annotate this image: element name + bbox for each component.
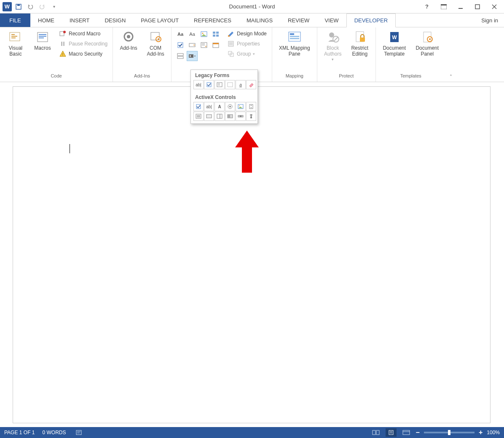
close-button[interactable] — [488, 2, 501, 12]
dropdown-icon — [217, 82, 223, 87]
combo-box-content-control[interactable] — [187, 40, 198, 50]
visual-basic-button[interactable]: Visual Basic — [3, 29, 28, 57]
repeating-section-content-control[interactable] — [175, 51, 186, 61]
ribbon-display-options-button[interactable] — [437, 2, 450, 12]
picture-content-control[interactable] — [198, 29, 209, 39]
com-addins-label: COM Add-Ins — [147, 45, 164, 57]
word-app-icon: W — [3, 2, 12, 11]
block-authors-button[interactable]: Block Authors ▾ — [321, 29, 345, 61]
activex-textbox[interactable]: ab| — [204, 102, 214, 111]
picture-icon — [201, 31, 207, 37]
legacy-text-form-field[interactable]: ab| — [193, 80, 204, 89]
group-mapping: XML Mapping Pane Mapping — [272, 27, 317, 82]
zoom-out-button[interactable]: − — [416, 429, 420, 436]
sign-in-link[interactable]: Sign in — [475, 13, 504, 27]
legacy-tools-button[interactable] — [187, 51, 198, 61]
svg-rect-42 — [190, 55, 191, 57]
status-proofing-button[interactable] — [73, 428, 84, 437]
print-layout-button[interactable] — [386, 428, 397, 437]
activex-more-controls[interactable] — [246, 112, 256, 121]
legacy-tools-popup: Legacy Forms ab| a ActiveX Controls ab| … — [190, 69, 258, 124]
group-addins: Add-Ins COM Add-Ins Add-Ins — [113, 27, 172, 82]
tab-review[interactable]: REVIEW — [280, 13, 317, 27]
properties-button: Properties — [225, 39, 268, 48]
legacy-dropdown-form-field[interactable] — [214, 80, 225, 89]
zoom-slider[interactable] — [424, 432, 475, 433]
activex-scroll-bar[interactable] — [236, 112, 246, 121]
activex-option-button[interactable] — [225, 102, 235, 111]
plain-text-icon: Aa — [189, 32, 195, 37]
legacy-frame-field[interactable] — [225, 80, 235, 89]
svg-rect-15 — [39, 37, 44, 38]
tab-view[interactable]: VIEW — [317, 13, 346, 27]
xml-mapping-pane-button[interactable]: XML Mapping Pane — [276, 29, 314, 57]
tab-references[interactable]: REFERENCES — [186, 13, 239, 27]
document-panel-label: Document Panel — [416, 45, 439, 57]
macros-button[interactable]: Macros — [30, 29, 55, 51]
tab-insert[interactable]: INSERT — [62, 13, 97, 27]
activex-combo-box[interactable] — [214, 112, 225, 121]
zoom-in-button[interactable]: + — [479, 429, 483, 436]
rich-text-content-control[interactable]: Aa — [175, 29, 186, 39]
macros-icon — [35, 30, 50, 44]
activex-command-button[interactable] — [204, 112, 214, 121]
tab-mailings[interactable]: MAILINGS — [239, 13, 280, 27]
collapse-ribbon-button[interactable]: ˄ — [446, 27, 456, 82]
svg-point-70 — [229, 106, 231, 107]
activex-toggle-button[interactable] — [225, 112, 235, 121]
dropdown-list-content-control[interactable] — [198, 40, 209, 50]
help-button[interactable]: ? — [421, 2, 433, 12]
document-panel-icon — [420, 30, 434, 44]
chevron-down-icon: ▾ — [253, 52, 255, 56]
checkbox-icon — [196, 104, 201, 109]
block-authors-icon — [326, 30, 340, 44]
svg-rect-18 — [61, 42, 62, 46]
tab-design[interactable]: DESIGN — [97, 13, 133, 27]
svg-rect-91 — [389, 430, 393, 435]
activex-spin-button[interactable] — [246, 102, 256, 111]
tab-page-layout[interactable]: PAGE LAYOUT — [133, 13, 186, 27]
legacy-shading-field[interactable]: a — [236, 80, 246, 89]
svg-rect-50 — [290, 33, 294, 35]
eraser-icon — [248, 82, 254, 87]
minimize-button[interactable] — [454, 2, 467, 12]
com-addins-button[interactable]: COM Add-Ins — [143, 29, 168, 57]
checkbox-content-control[interactable] — [175, 40, 186, 50]
read-mode-button[interactable] — [370, 428, 381, 437]
tab-file[interactable]: FILE — [0, 13, 30, 27]
macro-security-button[interactable]: ! Macro Security — [57, 49, 109, 59]
spin-icon — [249, 104, 254, 109]
svg-point-53 — [329, 32, 334, 37]
qat-redo-button[interactable] — [37, 2, 47, 12]
restrict-editing-button[interactable]: Restrict Editing — [348, 29, 372, 57]
record-macro-label: Record Macro — [69, 31, 100, 37]
document-panel-button[interactable]: Document Panel — [412, 29, 442, 57]
legacy-checkbox-form-field[interactable] — [204, 80, 214, 89]
qat-save-button[interactable] — [13, 2, 24, 12]
activex-list-box[interactable] — [193, 112, 204, 121]
activex-image[interactable] — [236, 102, 246, 111]
web-layout-button[interactable] — [401, 428, 412, 437]
qat-undo-button[interactable] — [25, 2, 35, 12]
svg-line-55 — [334, 37, 338, 41]
activex-checkbox[interactable] — [193, 102, 204, 111]
document-template-button[interactable]: W Document Template — [379, 29, 410, 57]
record-macro-button[interactable]: Record Macro — [57, 29, 109, 38]
svg-rect-9 — [11, 34, 15, 35]
addins-button[interactable]: Add-Ins — [116, 29, 141, 51]
plain-text-content-control[interactable]: Aa — [187, 29, 198, 39]
design-mode-button[interactable]: Design Mode — [225, 29, 268, 38]
status-page[interactable]: PAGE 1 OF 1 — [4, 430, 35, 435]
qat-customize-button[interactable]: ▾ — [49, 2, 59, 12]
activex-label[interactable]: A — [214, 102, 225, 111]
tab-home[interactable]: HOME — [30, 13, 62, 27]
tab-developer[interactable]: DEVELOPER — [346, 13, 396, 27]
zoom-slider-thumb[interactable] — [448, 430, 450, 435]
zoom-level[interactable]: 100% — [487, 430, 500, 435]
status-words[interactable]: 0 WORDS — [42, 430, 66, 435]
legacy-reset-form-fields[interactable] — [246, 80, 256, 89]
maximize-button[interactable] — [471, 2, 484, 12]
building-block-gallery-control[interactable] — [210, 29, 221, 39]
button-icon — [206, 114, 212, 118]
date-picker-content-control[interactable] — [210, 40, 221, 50]
